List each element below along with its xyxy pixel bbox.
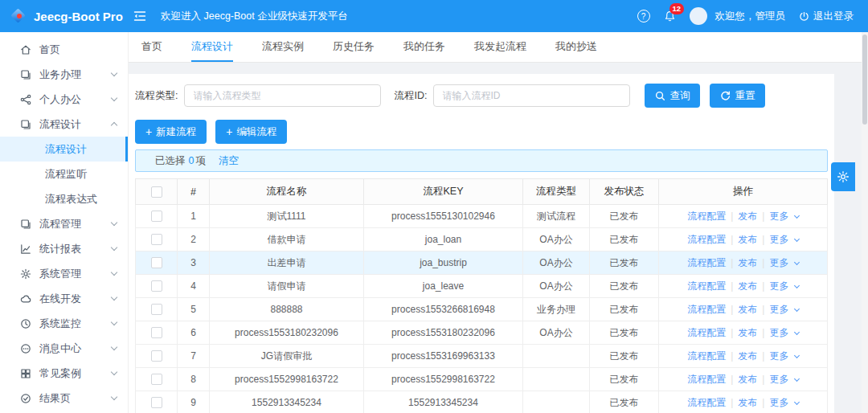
sidebar-item-11[interactable]: 常见案例 bbox=[0, 361, 128, 386]
action-publish-link[interactable]: 发布 bbox=[738, 350, 757, 362]
page-scrollbar[interactable] bbox=[862, 32, 868, 413]
row-checkbox[interactable] bbox=[151, 280, 162, 292]
sidebar-subitem-3[interactable]: 流程表达式 bbox=[0, 186, 128, 211]
tab-7[interactable]: 我的抄送 bbox=[555, 32, 597, 62]
action-separator: | bbox=[762, 257, 764, 268]
column-header-6: 操作 bbox=[659, 179, 828, 205]
action-more-link[interactable]: 更多 bbox=[769, 327, 798, 338]
sidebar-item-8[interactable]: 在线开发 bbox=[0, 286, 128, 311]
action-config-link[interactable]: 流程配置 bbox=[687, 234, 726, 245]
cell-name: process1553180232096 bbox=[210, 321, 364, 345]
select-all-checkbox[interactable] bbox=[151, 186, 162, 198]
sidebar-item-12[interactable]: 结果页 bbox=[0, 386, 128, 411]
action-publish-link[interactable]: 发布 bbox=[738, 327, 757, 338]
row-checkbox[interactable] bbox=[151, 257, 162, 268]
reset-button[interactable]: 重置 bbox=[710, 84, 765, 108]
appstore-icon bbox=[19, 367, 31, 379]
tab-2[interactable]: 流程设计 bbox=[191, 32, 233, 62]
action-more-label: 更多 bbox=[769, 257, 791, 268]
process-id-input[interactable] bbox=[433, 84, 630, 107]
action-more-link[interactable]: 更多 bbox=[769, 304, 798, 315]
chevron-down-icon bbox=[111, 394, 117, 400]
action-more-link[interactable]: 更多 bbox=[769, 280, 798, 292]
logo-diamond-icon bbox=[10, 8, 27, 24]
tab-3[interactable]: 流程实例 bbox=[262, 32, 304, 62]
column-header-2: 流程名称 bbox=[210, 179, 364, 205]
app: Jeecg-Boot Pro 欢迎进入 Jeecg-Boot 企业级快速开发平台… bbox=[0, 0, 868, 413]
avatar[interactable] bbox=[690, 7, 707, 25]
table-row: 8process1552998163722process155299816372… bbox=[136, 368, 828, 391]
new-process-button[interactable]: + 新建流程 bbox=[135, 120, 207, 144]
action-publish-link[interactable]: 发布 bbox=[738, 280, 757, 292]
sidebar-item-7[interactable]: 系统管理 bbox=[0, 261, 128, 286]
sidebar-item-3[interactable]: 个人办公 bbox=[0, 87, 128, 112]
action-publish-link[interactable]: 发布 bbox=[738, 374, 757, 385]
cell-name: 借款申请 bbox=[210, 228, 364, 251]
action-publish-link[interactable]: 发布 bbox=[738, 257, 757, 268]
clear-selection-link[interactable]: 清空 bbox=[219, 154, 239, 168]
chevron-down-icon bbox=[111, 95, 117, 101]
sidebar-item-6[interactable]: 统计报表 bbox=[0, 236, 128, 261]
logout-button[interactable]: 退出登录 bbox=[799, 10, 854, 23]
sidebar-item-4[interactable]: 流程设计 bbox=[0, 112, 128, 137]
row-checkbox[interactable] bbox=[151, 350, 162, 362]
row-checkbox[interactable] bbox=[151, 211, 162, 222]
sidebar-item-1[interactable]: 首页 bbox=[0, 37, 128, 62]
row-checkbox[interactable] bbox=[151, 304, 162, 315]
sidebar-item-5[interactable]: 流程管理 bbox=[0, 211, 128, 236]
action-more-link[interactable]: 更多 bbox=[769, 257, 798, 268]
chevron-down-icon bbox=[794, 212, 800, 218]
block-icon bbox=[19, 118, 31, 130]
menu-fold-icon[interactable] bbox=[133, 10, 146, 22]
action-config-link[interactable]: 流程配置 bbox=[687, 397, 726, 408]
search-button[interactable]: 查询 bbox=[645, 84, 700, 108]
sidebar-item-label: 在线开发 bbox=[39, 292, 81, 306]
sidebar-subitem-2[interactable]: 流程监听 bbox=[0, 162, 128, 186]
row-checkbox[interactable] bbox=[151, 234, 162, 245]
action-config-link[interactable]: 流程配置 bbox=[687, 327, 726, 338]
action-config-link[interactable]: 流程配置 bbox=[687, 280, 726, 292]
help-icon[interactable]: ? bbox=[637, 10, 650, 22]
process-type-input[interactable] bbox=[184, 84, 381, 107]
chevron-down-icon bbox=[111, 269, 117, 276]
action-publish-link[interactable]: 发布 bbox=[738, 211, 757, 222]
action-config-link[interactable]: 流程配置 bbox=[687, 374, 726, 385]
cell-key: joa_loan bbox=[364, 228, 523, 251]
action-config-link[interactable]: 流程配置 bbox=[687, 257, 726, 268]
action-config-link[interactable]: 流程配置 bbox=[687, 350, 726, 362]
row-checkbox[interactable] bbox=[151, 397, 162, 408]
action-more-link[interactable]: 更多 bbox=[769, 234, 798, 245]
selection-bar: 已选择 0 项 清空 bbox=[135, 149, 828, 172]
action-more-link[interactable]: 更多 bbox=[769, 211, 798, 222]
action-config-link[interactable]: 流程配置 bbox=[687, 304, 726, 315]
scrollbar-thumb[interactable] bbox=[862, 35, 867, 125]
cell-key: process1552998163722 bbox=[364, 368, 523, 391]
row-checkbox[interactable] bbox=[151, 327, 162, 338]
action-publish-link[interactable]: 发布 bbox=[738, 304, 757, 315]
sidebar-item-10[interactable]: 消息中心 bbox=[0, 336, 128, 361]
cell-index: 6 bbox=[178, 321, 210, 345]
action-config-link[interactable]: 流程配置 bbox=[687, 211, 726, 222]
action-publish-link[interactable]: 发布 bbox=[738, 234, 757, 245]
chevron-down-icon bbox=[794, 375, 800, 381]
sidebar-item-2[interactable]: 业务办理 bbox=[0, 62, 128, 87]
action-publish-link[interactable]: 发布 bbox=[738, 397, 757, 408]
cell-key: process1555130102946 bbox=[364, 205, 523, 228]
table-row: 1测试1111process1555130102946测试流程已发布流程配置|发… bbox=[136, 205, 828, 228]
row-checkbox[interactable] bbox=[151, 374, 162, 385]
tab-1[interactable]: 首页 bbox=[141, 32, 162, 62]
action-more-link[interactable]: 更多 bbox=[769, 397, 798, 408]
cell-key: process1553266816948 bbox=[364, 298, 523, 321]
sidebar-subitem-1[interactable]: 流程设计 bbox=[0, 137, 128, 162]
settings-fab[interactable] bbox=[831, 162, 855, 191]
sidebar-item-9[interactable]: 系统监控 bbox=[0, 311, 128, 336]
edit-process-button[interactable]: + 编辑流程 bbox=[215, 120, 287, 144]
tab-5[interactable]: 我的任务 bbox=[403, 32, 445, 62]
action-more-link[interactable]: 更多 bbox=[769, 350, 798, 362]
tab-4[interactable]: 历史任务 bbox=[333, 32, 375, 62]
tab-6[interactable]: 我发起流程 bbox=[474, 32, 526, 62]
notification-bell[interactable]: 12 bbox=[664, 10, 676, 22]
action-more-link[interactable]: 更多 bbox=[769, 374, 798, 385]
cell-status: 已发布 bbox=[590, 205, 659, 228]
cell-type: OA办公 bbox=[523, 321, 590, 345]
